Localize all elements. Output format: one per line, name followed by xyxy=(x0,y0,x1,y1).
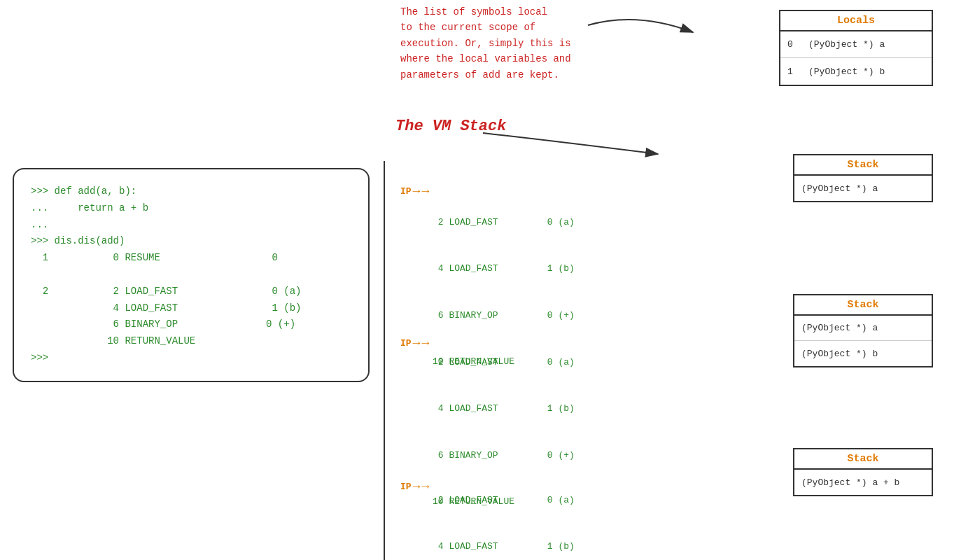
stack2-header: Stack xyxy=(794,295,932,316)
instr3-line2: 4 LOAD_FAST 1 (b) xyxy=(433,539,575,554)
stack2-cell-0: (PyObject *) a xyxy=(794,316,932,341)
instr1-line1: 2 LOAD_FAST 0 (a) xyxy=(433,215,575,230)
stack-box-1: Stack (PyObject *) a xyxy=(793,154,933,202)
ip-arrow-symbol-2: → xyxy=(413,336,421,350)
code-line-9: 6 BINARY_OP 0 (+) xyxy=(31,316,351,333)
code-line-4: >>> dis.dis(add) xyxy=(31,233,351,250)
instr3-line1: 2 LOAD_FAST 0 (a) xyxy=(433,493,575,508)
ip-label-3: IP xyxy=(400,482,412,492)
code-line-6 xyxy=(31,267,351,284)
annotation-line5: parameters of add are kept. xyxy=(400,67,571,83)
code-line-11: >>> xyxy=(31,350,351,367)
locals-value-1: (PyObject *) b xyxy=(808,66,885,77)
code-line-10: 10 RETURN_VALUE xyxy=(31,333,351,350)
locals-header: Locals xyxy=(780,11,932,31)
ip-arrow-right-2: → xyxy=(421,336,429,350)
vmstack-to-stack1-arrow xyxy=(462,126,686,168)
code-line-5: 1 0 RESUME 0 xyxy=(31,250,351,267)
locals-row-1: 1 (PyObject *) b xyxy=(780,58,932,85)
stack3-cell-0: (PyObject *) a + b xyxy=(794,470,932,495)
ip-arrow-right-3: → xyxy=(421,479,429,493)
ip-arrow-3: IP → → xyxy=(400,479,429,493)
instr2-line2: 4 LOAD_FAST 1 (b) xyxy=(433,401,575,416)
code-box: >>> def add(a, b): ... return a + b ... … xyxy=(13,168,370,382)
ip-arrow-1: IP → → xyxy=(400,184,429,198)
vertical-divider xyxy=(384,161,385,560)
stack2-cell-1: (PyObject *) b xyxy=(794,341,932,366)
annotation-to-locals-arrow xyxy=(399,4,700,60)
stack-box-2: Stack (PyObject *) a (PyObject *) b xyxy=(793,294,933,368)
instr1-line2: 4 LOAD_FAST 1 (b) xyxy=(433,261,575,276)
ip-arrow-2: IP → → xyxy=(400,336,429,350)
code-line-7: 2 2 LOAD_FAST 0 (a) xyxy=(31,284,351,300)
instr2-line1: 2 LOAD_FAST 0 (a) xyxy=(433,355,575,370)
locals-index-0: 0 xyxy=(787,39,801,50)
instr1-line3: 6 BINARY_OP 0 (+) xyxy=(433,308,575,323)
instr-block-3: 2 LOAD_FAST 0 (a) 4 LOAD_FAST 1 (b) 6 BI… xyxy=(433,462,575,560)
code-line-1: >>> def add(a, b): xyxy=(31,183,351,200)
stack-box-3: Stack (PyObject *) a + b xyxy=(793,448,933,496)
locals-value-0: (PyObject *) a xyxy=(808,39,885,50)
stack1-header: Stack xyxy=(794,155,932,176)
code-line-8: 4 LOAD_FAST 1 (b) xyxy=(31,300,351,317)
code-line-3: ... xyxy=(31,217,351,234)
locals-box: Locals 0 (PyObject *) a 1 (PyObject *) b xyxy=(779,10,933,86)
ip-label-1: IP xyxy=(400,186,412,197)
ip-arrow-symbol-3: → xyxy=(413,479,421,493)
ip-label-2: IP xyxy=(400,338,412,349)
locals-index-1: 1 xyxy=(787,66,801,77)
instr2-line3: 6 BINARY_OP 0 (+) xyxy=(433,448,575,463)
code-line-2: ... return a + b xyxy=(31,200,351,217)
stack3-header: Stack xyxy=(794,449,932,470)
page-container: The list of symbols local to the current… xyxy=(0,0,954,560)
locals-row-0: 0 (PyObject *) a xyxy=(780,31,932,58)
stack1-cell-0: (PyObject *) a xyxy=(794,176,932,201)
ip-arrow-right-1: → xyxy=(421,184,429,198)
ip-arrow-symbol-1: → xyxy=(413,184,421,198)
